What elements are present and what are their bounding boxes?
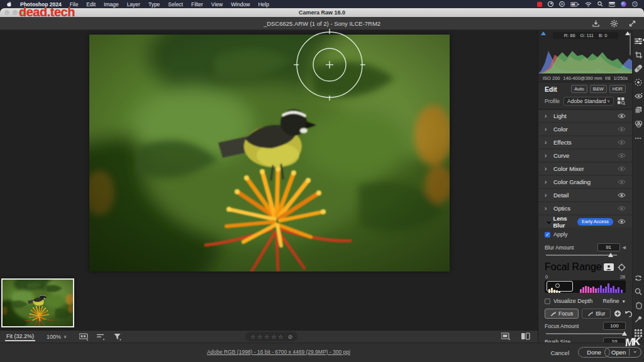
focal-range-depth-map[interactable] [545, 280, 626, 293]
heal-tool-icon[interactable] [633, 62, 644, 75]
workflow-options-link[interactable]: Adobe RGB (1998) - 16 bit - 6700 x 4469 … [207, 349, 350, 355]
lens-blur-header[interactable]: ⌄ Lens Blur Early Access [538, 216, 632, 228]
eye-icon[interactable] [618, 140, 626, 145]
select-point-icon[interactable] [618, 263, 626, 272]
eye-icon[interactable] [618, 113, 626, 119]
snapshots-tool-icon[interactable] [633, 103, 644, 117]
more-options-icon[interactable]: ••• [633, 131, 644, 145]
menu-window[interactable]: Window [231, 1, 250, 8]
refine-label[interactable]: Refine [603, 298, 619, 304]
panel-scrollbar[interactable] [630, 33, 631, 55]
menu-type[interactable]: Type [148, 1, 160, 8]
add-icon[interactable] [614, 310, 621, 317]
profile-select[interactable]: Adobe Standard ∨ [564, 97, 614, 106]
auto-button[interactable]: Auto [571, 85, 587, 93]
star-icon[interactable]: ☆ [264, 334, 269, 340]
menu-layer[interactable]: Layer [127, 1, 140, 8]
presets-tool-icon[interactable] [633, 117, 644, 131]
eye-icon[interactable] [618, 166, 626, 172]
reject-icon[interactable]: ⊘ [287, 334, 292, 340]
cancel-button[interactable]: Cancel [547, 348, 573, 358]
before-after-icon[interactable] [633, 271, 644, 285]
traffic-light-minimize[interactable] [13, 10, 18, 15]
wifi-icon[interactable] [585, 2, 592, 7]
control-center-icon[interactable] [609, 2, 615, 7]
hdr-button[interactable]: HDR [609, 85, 626, 93]
eye-icon[interactable] [618, 126, 626, 132]
filter-icon[interactable] [114, 333, 121, 341]
flyout-triangle-icon[interactable]: ◀ [623, 245, 626, 250]
star-icon[interactable]: ☆ [250, 334, 255, 340]
photo-preview[interactable] [89, 35, 450, 272]
section-color-mixer[interactable]: › Color Mixer [538, 163, 632, 175]
fullscreen-icon[interactable] [628, 19, 636, 28]
open-button[interactable]: Open ⌄ [604, 347, 641, 358]
eye-icon[interactable] [618, 219, 626, 224]
menu-image[interactable]: Image [104, 1, 119, 8]
blur-amount-slider[interactable] [546, 252, 617, 257]
preferences-gear-icon[interactable] [610, 19, 618, 28]
reset-icon[interactable] [625, 310, 632, 317]
star-icon[interactable]: ☆ [271, 334, 276, 340]
clock-icon[interactable] [632, 1, 638, 7]
section-optics[interactable]: › Optics [538, 202, 632, 214]
masking-tool-icon[interactable] [633, 75, 644, 89]
filmstrip-thumbnail[interactable] [1, 278, 74, 327]
section-detail[interactable]: › Detail [538, 189, 632, 201]
filmstrip-toggle-icon[interactable] [79, 333, 88, 341]
edit-tool-icon[interactable] [633, 34, 644, 48]
image-canvas[interactable] [0, 30, 538, 330]
sort-icon[interactable] [97, 333, 105, 341]
preview-mode-icon[interactable] [501, 332, 510, 340]
apple-menu-icon[interactable] [6, 1, 12, 8]
triangle-down-icon[interactable]: ▼ [622, 299, 626, 304]
section-color[interactable]: › Color [538, 123, 632, 135]
siri-icon[interactable] [621, 1, 626, 7]
obs-icon[interactable] [548, 1, 553, 7]
zoom-tool-icon[interactable] [633, 285, 644, 299]
menu-help[interactable]: Help [258, 1, 269, 8]
menu-edit[interactable]: Edit [86, 1, 96, 8]
brush-size-value[interactable]: 10 [603, 337, 626, 343]
traffic-light-close[interactable] [4, 10, 9, 15]
histogram[interactable]: R: 86G: 111B: 0 [538, 30, 632, 74]
screen-record-icon[interactable] [559, 1, 565, 7]
eye-icon[interactable] [618, 192, 626, 198]
star-icon[interactable]: ☆ [257, 334, 262, 340]
section-curve[interactable]: › Curve [538, 150, 632, 162]
eye-icon[interactable] [618, 153, 626, 158]
select-subject-icon[interactable] [604, 263, 614, 271]
eye-icon[interactable] [618, 179, 626, 185]
apply-checkbox[interactable]: ✓ [545, 232, 550, 238]
menu-filter[interactable]: Filter [191, 1, 203, 8]
search-icon[interactable] [597, 1, 603, 7]
blur-brush-button[interactable]: Blur [582, 309, 611, 319]
section-color-grading[interactable]: › Color Grading [538, 176, 632, 188]
menu-select[interactable]: Select [168, 1, 183, 8]
save-image-icon[interactable] [592, 19, 600, 28]
red-eye-tool-icon[interactable] [633, 89, 644, 103]
lens-blur-focal-point-widget[interactable] [292, 27, 367, 102]
fit-zoom-button[interactable]: Fit (32.2%) [5, 332, 35, 341]
dialog-title-bar[interactable]: Camera Raw 16.0 [0, 8, 644, 17]
focus-amount-value[interactable]: 100 [603, 322, 626, 330]
focus-brush-button[interactable]: Focus [545, 309, 579, 319]
section-light[interactable]: › Light [538, 110, 632, 122]
blur-amount-value[interactable]: 91 [597, 243, 620, 251]
visualize-depth-checkbox[interactable] [545, 299, 550, 304]
focus-amount-slider[interactable] [546, 331, 625, 336]
bw-button[interactable]: B&W [590, 85, 607, 93]
sampler-tool-icon[interactable] [633, 312, 644, 326]
star-icon[interactable]: ☆ [278, 334, 283, 340]
shadow-clipping-indicator[interactable] [541, 31, 546, 35]
hand-tool-icon[interactable] [633, 299, 644, 312]
crop-tool-icon[interactable] [633, 48, 644, 62]
profile-browser-icon[interactable] [618, 97, 626, 105]
focal-range-selection[interactable] [547, 281, 573, 292]
section-effects[interactable]: › Effects [538, 136, 632, 148]
eye-icon[interactable] [618, 206, 626, 211]
zoom-level-select[interactable]: 100% ∨ [47, 334, 67, 340]
menu-view[interactable]: View [211, 1, 223, 8]
focal-range-handle[interactable] [555, 283, 560, 288]
before-after-view-icon[interactable] [521, 332, 530, 340]
